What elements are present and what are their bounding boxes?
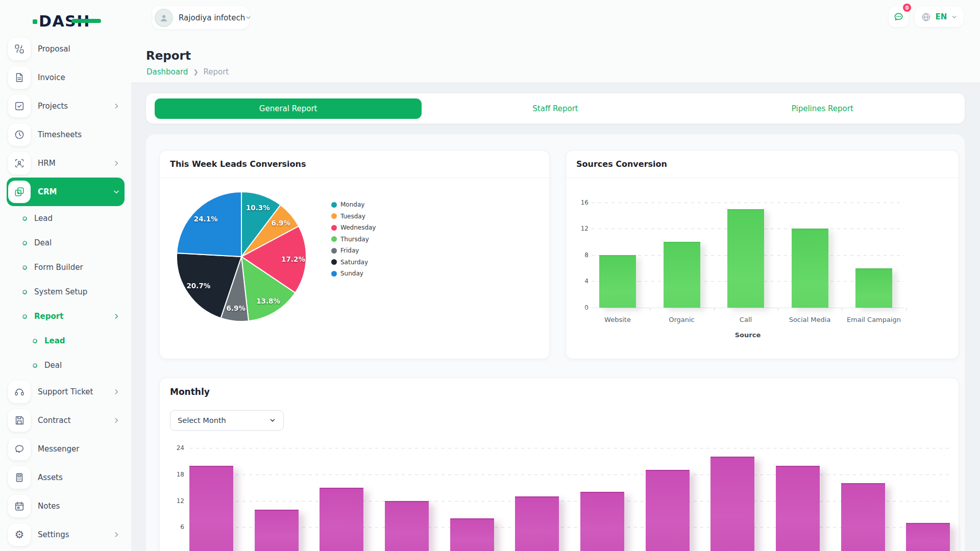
pie-slice-value-label: 24.1% — [194, 215, 218, 223]
sidebar-icon-box — [8, 495, 31, 517]
company-switcher[interactable]: Rajodiya infotech — [152, 6, 249, 29]
sidebar-item-report[interactable]: Report — [7, 304, 125, 329]
sidebar-item-label: CRM — [38, 187, 113, 196]
bar-month-9[interactable] — [710, 457, 754, 551]
page-title: Report — [146, 49, 191, 62]
sidebar-item-invoice[interactable]: Invoice — [7, 63, 125, 92]
bar-social-media[interactable] — [792, 229, 828, 308]
crm-icon — [14, 186, 25, 197]
chevron-down-icon — [951, 14, 958, 20]
y-axis-tick-label: 12 — [166, 497, 184, 505]
language-selector[interactable]: EN — [915, 7, 964, 27]
sidebar-icon-box — [8, 181, 31, 203]
legend-label: Saturday — [340, 259, 368, 266]
sidebar-item-contract[interactable]: Contract — [7, 406, 125, 435]
legend-item-wednesday[interactable]: Wednesday — [331, 222, 376, 234]
pie-slice-value-label: 6.9% — [272, 219, 291, 227]
bar-email-campaign[interactable] — [855, 268, 892, 308]
sidebar-item-settings[interactable]: ⚙Settings — [7, 520, 125, 549]
company-name: Rajodiya infotech — [179, 13, 245, 22]
chevron-right-icon — [113, 160, 120, 167]
tab-general-report[interactable]: General Report — [155, 98, 422, 119]
x-axis-tick — [585, 308, 586, 311]
language-code: EN — [932, 12, 951, 21]
bar-month-1[interactable] — [189, 466, 233, 551]
sidebar-item-label: Lead — [44, 336, 125, 345]
pie-slice-value-label: 10.3% — [246, 204, 270, 212]
tab-staff-report[interactable]: Staff Report — [422, 98, 689, 119]
sidebar-item-hrm[interactable]: HRM — [7, 149, 125, 178]
bar-month-8[interactable] — [646, 470, 690, 551]
x-axis-tick — [714, 308, 715, 311]
tab-pipelines-report[interactable]: Pipelines Report — [689, 98, 956, 119]
notes-icon — [14, 500, 25, 512]
chevron-right-icon — [113, 531, 120, 538]
sidebar-item-form-builder[interactable]: Form Builder — [7, 255, 125, 280]
breadcrumb-dashboard-link[interactable]: Dashboard — [146, 67, 188, 77]
legend-label: Tuesday — [340, 213, 365, 220]
legend-item-sunday[interactable]: Sunday — [331, 268, 376, 280]
legend-item-thursday[interactable]: Thursday — [331, 234, 376, 245]
legend-item-saturday[interactable]: Saturday — [331, 257, 376, 268]
sidebar-icon-box — [8, 95, 31, 117]
bar-call[interactable] — [727, 209, 764, 308]
sidebar-item-label: Report — [34, 312, 113, 321]
invoice-icon — [14, 72, 25, 83]
bar-month-10[interactable] — [776, 466, 820, 551]
sidebar-item-deal[interactable]: Deal — [7, 353, 125, 378]
sidebar-item-timesheets[interactable]: Timesheets — [7, 120, 125, 149]
messages-button[interactable]: 0 — [889, 7, 909, 27]
breadcrumb-separator-icon: ❯ — [193, 68, 198, 76]
sidebar-item-deal[interactable]: Deal — [7, 231, 125, 255]
sidebar-icon-box — [8, 66, 31, 89]
legend-label: Monday — [340, 201, 364, 208]
sidebar-item-notes[interactable]: Notes — [7, 492, 125, 520]
bar-month-5[interactable] — [450, 518, 494, 551]
x-axis-category-label: Call — [710, 316, 781, 323]
gridline — [592, 203, 904, 203]
legend-dot — [331, 202, 337, 208]
bar-month-7[interactable] — [580, 492, 624, 551]
sidebar-item-label: Settings — [38, 530, 113, 539]
y-axis-tick-label: 18 — [166, 471, 184, 478]
chevron-right-icon — [113, 417, 120, 424]
legend-item-tuesday[interactable]: Tuesday — [331, 211, 376, 222]
sidebar-item-proposal[interactable]: Proposal — [7, 35, 125, 63]
sidebar-icon-box — [8, 152, 31, 174]
legend-item-monday[interactable]: Monday — [331, 199, 376, 211]
app-logo[interactable]: DASH — [34, 10, 105, 33]
legend-label: Wednesday — [340, 224, 376, 231]
bar-month-12[interactable] — [906, 523, 950, 551]
sidebar-item-lead[interactable]: Lead — [7, 329, 125, 353]
chevron-down-icon — [269, 417, 276, 424]
sidebar-item-label: Form Builder — [34, 263, 125, 272]
legend-item-friday[interactable]: Friday — [331, 245, 376, 257]
legend-dot — [331, 248, 337, 254]
gridline — [189, 474, 951, 475]
card-title: Monthly — [170, 387, 210, 397]
bar-month-2[interactable] — [255, 510, 299, 551]
sidebar-item-system-setup[interactable]: System Setup — [7, 280, 125, 304]
pie-slice-sunday[interactable] — [177, 192, 241, 257]
breadcrumb-current: Report — [203, 67, 229, 77]
sidebar-item-label: Assets — [38, 473, 125, 482]
bar-month-3[interactable] — [320, 488, 363, 551]
pie-slice-value-label: 20.7% — [186, 282, 210, 290]
sidebar-item-support-ticket[interactable]: Support Ticket — [7, 378, 125, 406]
sidebar-icon-box — [8, 381, 31, 403]
sidebar-item-messenger[interactable]: Messenger — [7, 435, 125, 463]
sidebar-item-crm[interactable]: CRM — [7, 178, 125, 206]
bar-website[interactable] — [599, 255, 636, 308]
sidebar-item-label: HRM — [38, 159, 113, 168]
sidebar-item-assets[interactable]: Assets — [7, 463, 125, 492]
globe-icon — [921, 12, 932, 22]
bar-organic[interactable] — [664, 242, 700, 308]
sidebar-item-projects[interactable]: Projects — [7, 92, 125, 120]
bar-month-4[interactable] — [385, 501, 429, 551]
bar-month-11[interactable] — [841, 483, 885, 551]
legend-dot — [331, 213, 337, 219]
select-month-dropdown[interactable]: Select Month — [170, 410, 284, 431]
sidebar-item-lead[interactable]: Lead — [7, 206, 125, 231]
bar-month-6[interactable] — [515, 496, 559, 551]
select-month-value: Select Month — [178, 416, 269, 424]
